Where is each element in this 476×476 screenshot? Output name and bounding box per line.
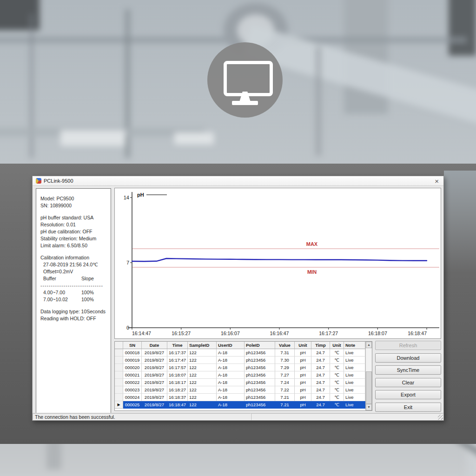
slope-value: 100% [81, 296, 94, 303]
scrollbar-thumb[interactable] [366, 371, 372, 404]
table-cell: pH [295, 379, 311, 386]
buffer-row: 7.00~10.02 100% [40, 296, 106, 303]
refresh-button: Refresh [375, 341, 441, 350]
table-cell: 24.7 [311, 349, 330, 357]
table-cell: 000022 [123, 379, 142, 386]
table-cell: 122 [188, 386, 217, 394]
table-cell: Live [344, 349, 365, 357]
synctime-button[interactable]: SyncTime [375, 365, 441, 375]
table-cell: A-18 [217, 379, 245, 386]
table-cell: Live [344, 394, 365, 401]
row-marker [115, 364, 123, 371]
exit-button[interactable]: Exit [375, 403, 441, 412]
table-cell: 000024 [123, 394, 142, 401]
table-cell: 16:18:47 [167, 401, 188, 409]
info-line: Resolution: 0.01 [40, 221, 106, 228]
table-cell: 2019/8/27 [142, 357, 167, 364]
table-cell: A-18 [217, 394, 245, 401]
table-cell: 16:17:57 [167, 364, 188, 371]
table-cell: ph123456 [245, 394, 275, 401]
table-row[interactable]: ▶0000252019/8/2716:18:47122A-18ph1234567… [115, 401, 365, 409]
table-cell: 7.21 [275, 394, 295, 401]
legend-label: pH [137, 192, 144, 198]
log-table: SNDateTimeSampleIDUserIDPoleIDValueUnitT… [115, 342, 365, 410]
table-cell: 122 [188, 371, 217, 379]
clear-button[interactable]: Clear [375, 378, 441, 387]
table-cell: ph123456 [245, 401, 275, 409]
download-button[interactable]: Download [375, 353, 441, 363]
export-button[interactable]: Export [375, 390, 441, 399]
x-tick-label: 16:15:27 [172, 331, 191, 336]
table-cell: 16:18:07 [167, 371, 188, 379]
table-scrollbar[interactable]: ▲ ▼ [365, 342, 372, 410]
table-cell: A-18 [217, 364, 245, 371]
monitor-icon [207, 42, 283, 118]
table-cell: A-18 [217, 357, 245, 364]
table-header-cell: Timp [311, 342, 330, 349]
table-row[interactable]: 0000232019/8/2716:18:27122A-18ph1234567.… [115, 386, 365, 394]
row-marker [115, 349, 123, 357]
scroll-up-icon[interactable]: ▲ [366, 342, 372, 348]
table-row[interactable]: 0000222019/8/2716:18:17122A-18ph1234567.… [115, 379, 365, 386]
table-cell: 7.22 [275, 386, 295, 394]
table-header-cell: Date [142, 342, 167, 349]
max-line-label: MAX [306, 241, 318, 247]
table-cell: ph123456 [245, 357, 275, 364]
x-tick-label: 16:16:47 [270, 331, 289, 336]
x-tick-label: 16:18:07 [368, 331, 387, 336]
title-bar: PCLink-9500 × [33, 176, 443, 186]
table-cell: pH [295, 357, 311, 364]
info-line: Model: PC9500 [40, 195, 106, 202]
slope-value: 100% [81, 289, 94, 296]
separator-line: ------------------------------ [40, 282, 106, 289]
table-cell: 122 [188, 349, 217, 357]
log-table-panel: SNDateTimeSampleIDUserIDPoleIDValueUnitT… [114, 341, 372, 411]
table-cell: 2019/8/27 [142, 401, 167, 409]
table-cell: 24.7 [311, 379, 330, 386]
x-tick-label: 16:17:27 [319, 331, 338, 336]
row-marker: ▶ [115, 401, 123, 409]
table-row[interactable]: 0000192019/8/2716:17:47122A-18ph1234567.… [115, 357, 365, 364]
info-line: Stability criterion: Medium [40, 235, 106, 242]
table-cell: 24.7 [311, 386, 330, 394]
close-icon[interactable]: × [433, 178, 440, 185]
ph-series-line [132, 258, 427, 261]
scroll-down-icon[interactable]: ▼ [366, 404, 372, 410]
buffer-header: Buffer [43, 275, 81, 282]
action-buttons: RefreshDownloadSyncTimeClearExportExit [375, 341, 441, 415]
table-cell: 000020 [123, 364, 142, 371]
table-cell: A-18 [217, 386, 245, 394]
table-cell: ℃ [330, 349, 344, 357]
table-cell: 2019/8/27 [142, 379, 167, 386]
table-cell: 000018 [123, 349, 142, 357]
table-cell: pH [295, 371, 311, 379]
slope-header: Slope [81, 275, 94, 282]
min-line-label: MIN [307, 269, 317, 275]
table-cell: 2019/8/27 [142, 394, 167, 401]
table-cell: 16:18:37 [167, 394, 188, 401]
table-cell: 16:17:47 [167, 357, 188, 364]
table-cell: pH [295, 394, 311, 401]
y-tick-label: 7 [126, 260, 129, 265]
buffer-range: 4.00~7.00 [43, 289, 81, 296]
table-cell: 24.7 [311, 401, 330, 409]
table-cell: 2019/8/27 [142, 371, 167, 379]
table-row[interactable]: 0000212019/8/2716:18:07122A-18ph1234567.… [115, 371, 365, 379]
table-cell: 000025 [123, 401, 142, 409]
table-cell: pH [295, 386, 311, 394]
y-tick-label: 14 [124, 195, 129, 200]
table-header-cell: Unit [295, 342, 311, 349]
screenshot-stage: PCLink-9500 × Model: PC9500 SN: 10899000… [0, 0, 476, 476]
resize-grip[interactable] [438, 415, 443, 420]
table-cell: ℃ [330, 394, 344, 401]
row-marker [115, 394, 123, 401]
table-row[interactable]: 0000182019/8/2716:17:37122A-18ph1234567.… [115, 349, 365, 357]
info-line: SN: 10899000 [40, 202, 106, 209]
table-row[interactable]: 0000202019/8/2716:17:57122A-18ph1234567.… [115, 364, 365, 371]
table-cell: ph123456 [245, 386, 275, 394]
table-cell: 7.30 [275, 357, 295, 364]
monitor-base-glyph [232, 101, 258, 105]
table-cell: 000021 [123, 371, 142, 379]
table-row[interactable]: 0000242019/8/2716:18:37122A-18ph1234567.… [115, 394, 365, 401]
table-cell: 16:17:37 [167, 349, 188, 357]
